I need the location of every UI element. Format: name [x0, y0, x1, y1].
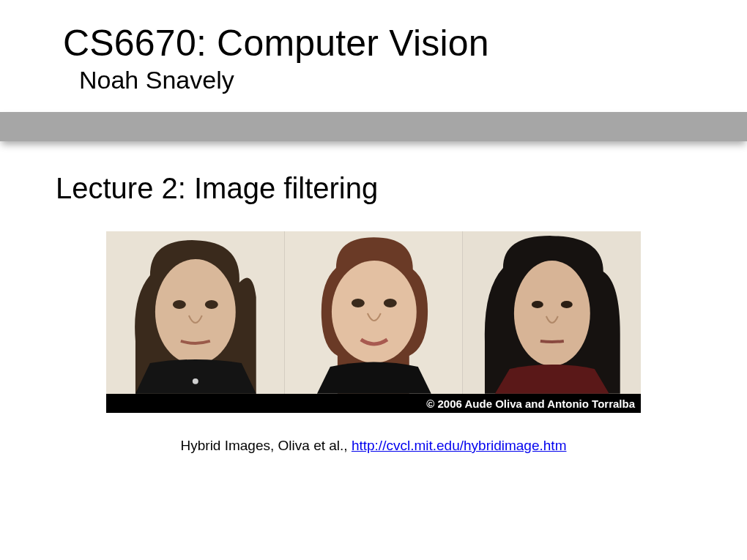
face-illustration-1 — [106, 231, 284, 394]
svg-point-12 — [561, 301, 573, 308]
svg-point-11 — [532, 301, 543, 308]
hybrid-images-figure: © 2006 Aude Oliva and Antonio Torralba H… — [106, 231, 641, 454]
figure-caption-link[interactable]: http://cvcl.mit.edu/hybridimage.htm — [352, 438, 567, 453]
lecture-title: Lecture 2: Image filtering — [0, 141, 747, 205]
slide-title: CS6670: Computer Vision — [0, 0, 747, 64]
face-panel-2 — [284, 231, 463, 394]
svg-point-4 — [193, 378, 198, 384]
svg-point-8 — [383, 299, 396, 307]
svg-point-7 — [352, 299, 365, 307]
face-panel-1 — [106, 231, 284, 394]
svg-point-3 — [205, 300, 218, 309]
figure-caption-prefix: Hybrid Images, Oliva et al., — [181, 438, 352, 453]
svg-point-6 — [332, 261, 417, 363]
photo-strip — [106, 231, 641, 394]
slide-author: Noah Snavely — [0, 64, 747, 94]
divider-bar — [0, 112, 747, 141]
figure-copyright: © 2006 Aude Oliva and Antonio Torralba — [106, 394, 641, 413]
face-illustration-3 — [463, 231, 641, 394]
face-panel-3 — [462, 231, 641, 394]
svg-point-10 — [514, 261, 590, 366]
svg-point-1 — [155, 259, 236, 365]
figure-caption: Hybrid Images, Oliva et al., http://cvcl… — [106, 413, 641, 454]
face-illustration-2 — [285, 231, 463, 394]
svg-point-2 — [173, 300, 186, 309]
